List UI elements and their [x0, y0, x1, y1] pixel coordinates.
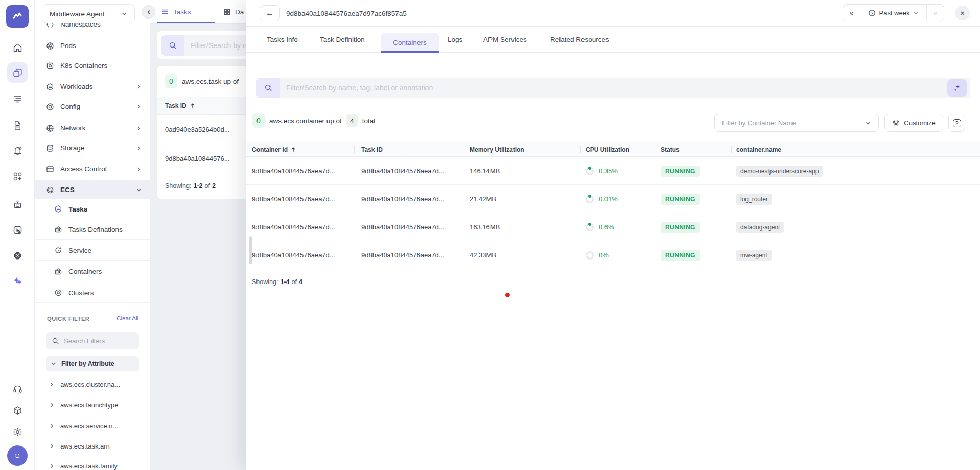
search-icon [52, 337, 59, 345]
attribute-item[interactable]: aws.ecs.service.n... [35, 418, 150, 433]
task-id-value: 9d8ba40a10844576... [165, 155, 230, 162]
workloads-icon [46, 83, 54, 91]
column-header-container-name[interactable]: container.name [736, 142, 781, 157]
filter-by-container-name-select[interactable]: Filter by Container Name [714, 114, 879, 132]
status-cell: RUNNING [661, 241, 700, 269]
task-id-value: 0ad940e3a5264b0d... [165, 126, 230, 133]
sidebar-item-config[interactable]: Config [35, 97, 150, 116]
tab-label: Containers [393, 39, 426, 46]
column-header-container-id[interactable]: Container Id [252, 142, 296, 157]
container-row[interactable]: 9d8ba40a10844576aea7d... 9d8ba40a1084457… [246, 157, 980, 185]
detail-title: 9d8ba40a10844576aea7d97ac6f857a5 [286, 0, 407, 27]
vertical-scrollbar-thumb[interactable] [249, 236, 252, 264]
tab-dashboard[interactable]: Da [223, 0, 244, 24]
sidebar-item-pods[interactable]: Pods [35, 36, 150, 56]
container-name-cell: mw-agent [736, 241, 772, 269]
tab-tasks-info[interactable]: Tasks Info [267, 27, 298, 52]
sidebar-collapse-button[interactable] [142, 5, 155, 19]
column-header-status[interactable]: Status [661, 142, 680, 157]
detail-header: ← 9d8ba40a10844576aea7d97ac6f857a5 « Pas… [246, 0, 980, 27]
logs-list-icon[interactable] [7, 88, 28, 108]
sidebar-item-workloads[interactable]: Workloads [35, 77, 150, 97]
time-range-dropdown[interactable]: Past week [860, 5, 926, 21]
package-box-icon[interactable] [7, 400, 28, 420]
showing-label: Showing: [165, 182, 191, 190]
sidebar-item-tasks[interactable]: Tasks [35, 199, 150, 219]
attribute-item[interactable]: aws.ecs.task.arn [35, 439, 150, 453]
status-badge: RUNNING [661, 194, 700, 205]
settings-gear-icon[interactable] [7, 421, 28, 442]
tab-apm-services[interactable]: APM Services [483, 27, 527, 52]
column-header-cpu[interactable]: CPU Utilization [586, 142, 629, 157]
container-row[interactable]: 9d8ba40a10844576aea7d... 9d8ba40a1084457… [246, 213, 980, 241]
column-header-task-id[interactable]: Task ID [361, 142, 383, 157]
search-filters-input[interactable]: Search Filters [46, 332, 139, 349]
rum-user-analytics-icon[interactable] [7, 220, 28, 240]
sidebar-item-service[interactable]: Service [35, 241, 150, 261]
ai-sparkles-button[interactable] [947, 79, 967, 97]
time-prev-button[interactable]: « [843, 5, 860, 21]
close-panel-button[interactable]: ✕ [955, 6, 970, 20]
time-range-label: Past week [879, 9, 910, 17]
sidebar-item-clusters[interactable]: Clusters [35, 283, 150, 303]
column-separator [731, 146, 732, 153]
access-control-icon [46, 165, 54, 173]
attribute-item[interactable]: aws.ecs.launchtype [35, 397, 150, 412]
column-label: Task ID [361, 146, 383, 153]
dashboards-grid-plus-icon[interactable] [7, 166, 28, 186]
sidebar-item-ecs[interactable]: ECS [35, 180, 150, 200]
sidebar-item-label: Storage [60, 144, 84, 152]
container-row[interactable]: 9d8ba40a10844576aea7d... 9d8ba40a1084457… [246, 185, 980, 213]
support-headset-icon[interactable] [7, 379, 28, 399]
sidebar-item-access-control[interactable]: Access Control [35, 159, 150, 179]
bot-assistant-icon[interactable] [7, 194, 28, 215]
document-icon[interactable] [7, 115, 28, 135]
processor-chip-icon[interactable] [7, 245, 28, 266]
container-row[interactable]: 9d8ba40a10844576aea7d... 9d8ba40a1084457… [246, 241, 980, 269]
tab-containers[interactable]: Containers [381, 33, 439, 53]
sidebar-item-k8s-containers[interactable]: K8s Containers [35, 56, 150, 76]
cpu-donut-gauge [586, 195, 594, 203]
containers-search-input[interactable]: Filter/Search by name, tag, label or ann… [256, 78, 970, 98]
infrastructure-containers-icon[interactable] [7, 62, 28, 83]
sidebar-item-containers[interactable]: Containers [35, 262, 150, 281]
column-header-memory[interactable]: Memory Utilization [470, 142, 524, 157]
tab-tasks[interactable]: Tasks [161, 0, 191, 24]
chevron-right-icon [49, 443, 55, 449]
workspace-dropdown[interactable]: Middleware Agent [42, 4, 135, 24]
customize-button[interactable]: Customize [884, 114, 943, 132]
ai-sparkle-icon[interactable] [7, 271, 28, 291]
sidebar-item-tasks-definations[interactable]: Tasks Definations [35, 220, 150, 240]
sidebar-item-network[interactable]: Network [35, 118, 150, 138]
user-avatar[interactable] [7, 445, 28, 466]
tab-task-definition[interactable]: Task Definition [320, 27, 365, 52]
memory-cell: 21.42MB [470, 185, 496, 213]
alerts-bell-icon[interactable] [7, 140, 28, 160]
sidebar-item-label: Containers [68, 268, 102, 275]
sidebar-item-label: ECS [60, 186, 75, 194]
back-button[interactable]: ← [260, 5, 280, 21]
middleware-logo[interactable] [6, 5, 29, 28]
clear-all-link[interactable]: Clear All [116, 315, 138, 321]
close-icon: ✕ [960, 10, 965, 17]
active-tab-underline [381, 51, 439, 53]
cpu-gauge-dot [588, 223, 591, 226]
cpu-cell: 0.35% [586, 157, 618, 185]
tab-logs[interactable]: Logs [448, 27, 462, 52]
active-tab-underline [157, 22, 215, 24]
container-name-cell: datadog-agent [736, 213, 784, 241]
help-button[interactable]: ? [948, 114, 965, 132]
tasks-definations-icon [54, 225, 62, 233]
sidebar-item-storage[interactable]: Storage [35, 138, 150, 158]
container-id-cell: 9d8ba40a10844576aea7d... [252, 157, 335, 185]
container-id-cell: 9d8ba40a10844576aea7d... [252, 213, 335, 241]
tab-related-resources[interactable]: Related Resources [550, 27, 609, 52]
filter-by-attribute-header[interactable]: Filter by Attribute [46, 356, 139, 371]
time-next-button[interactable]: » [926, 5, 944, 21]
attribute-item[interactable]: aws.ecs.cluster.na... [35, 377, 150, 391]
attribute-item[interactable]: aws.ecs.task.family [35, 459, 150, 470]
task-detail-panel: ← 9d8ba40a10844576aea7d97ac6f857a5 « Pas… [246, 0, 980, 470]
containers-count-suffix: total [362, 117, 376, 125]
home-icon[interactable] [7, 37, 28, 58]
cpu-donut-gauge [586, 223, 594, 231]
